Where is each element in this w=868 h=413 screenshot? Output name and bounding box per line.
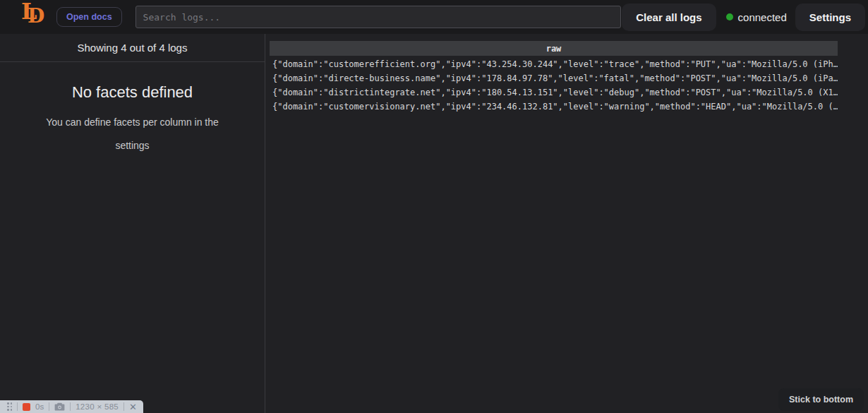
log-row[interactable]: {"domain":"customerefficient.org","ipv4"… [270, 57, 838, 71]
capture-timer: 0s [35, 402, 44, 411]
toolbar-divider [70, 402, 71, 411]
connection-status: connected [726, 11, 787, 23]
content-area: Showing 4 out of 4 logs No facets define… [0, 34, 868, 413]
log-row[interactable]: {"domain":"directe-business.name","ipv4"… [270, 71, 838, 85]
close-icon[interactable]: ✕ [129, 402, 137, 412]
log-row[interactable]: {"domain":"customervisionary.net","ipv4"… [270, 100, 838, 114]
facets-empty-hint: You can define facets per column in the … [30, 111, 236, 157]
connection-status-label: connected [738, 11, 787, 23]
showing-logs-count: Showing 4 out of 4 logs [0, 34, 265, 62]
raw-column-header[interactable]: raw [270, 41, 838, 56]
capture-toolbar: 0s 868 × 413 ✕ [0, 400, 143, 413]
logdy-app: L D Open docs Clear all logs connected S… [0, 0, 868, 413]
facets-empty-state: No facets defined You can define facets … [0, 62, 265, 157]
camera-icon[interactable] [54, 402, 65, 411]
facets-sidebar: Showing 4 out of 4 logs No facets define… [0, 34, 265, 413]
open-docs-button[interactable]: Open docs [56, 7, 122, 27]
top-bar: L D Open docs Clear all logs connected S… [0, 0, 868, 34]
log-row[interactable]: {"domain":"districtintegrate.net","ipv4"… [270, 85, 838, 100]
settings-button[interactable]: Settings [795, 4, 865, 31]
logdy-logo-icon: L D [21, 3, 49, 31]
log-list-panel: raw {"domain":"customerefficient.org","i… [265, 34, 868, 413]
toolbar-divider [123, 402, 124, 411]
logo-letter-d: D [28, 6, 44, 26]
drag-handle-icon[interactable] [7, 402, 12, 411]
topbar-right-group: Clear all logs connected Settings [622, 4, 865, 31]
toolbar-divider [49, 402, 49, 411]
facets-empty-title: No facets defined [0, 83, 265, 102]
record-stop-icon[interactable] [23, 403, 30, 411]
connected-dot-icon [726, 13, 733, 20]
stick-to-bottom-button[interactable]: Stick to bottom [778, 388, 864, 411]
toolbar-divider [17, 402, 18, 411]
clear-all-logs-button[interactable]: Clear all logs [622, 4, 716, 31]
search-input[interactable] [135, 6, 621, 28]
log-rows: {"domain":"customerefficient.org","ipv4"… [270, 56, 838, 114]
log-table: raw {"domain":"customerefficient.org","i… [270, 41, 838, 114]
capture-dimensions: 868 × 413 [76, 402, 119, 411]
